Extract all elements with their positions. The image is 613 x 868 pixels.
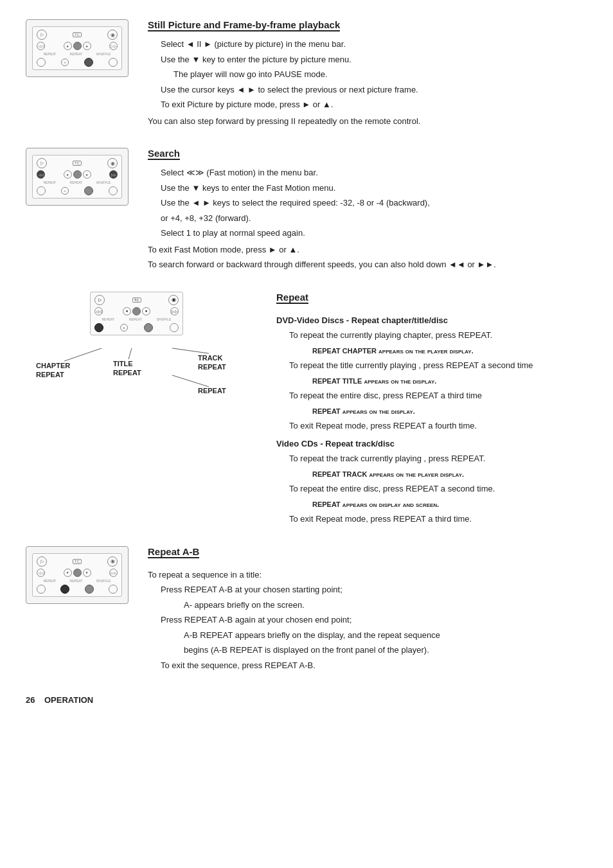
sp-line2: Use the ▼ key to enter the picture by pi…: [161, 53, 587, 66]
bottom-dot2: [84, 186, 93, 195]
vcd-repeat-content: To repeat the track currently playing , …: [289, 452, 587, 526]
nav-right2: ●: [83, 170, 91, 179]
repeat-only-text: REPEAT: [198, 387, 226, 394]
device-image-4: ▷ TC ◉ ◁◁ ● ● ▷▷: [26, 546, 129, 604]
footer-label: OPERATION: [44, 695, 93, 705]
dvd-line1: To repeat the currently playing chapter,…: [289, 329, 587, 342]
nav-center1: [73, 42, 82, 50]
bottom-circle2: [109, 58, 118, 67]
section-repeat: ▷ TC ◉ ◁◁ ● ● ▷▷: [26, 292, 587, 528]
section-search: ▷ TC ◉ ◁◁ ● ● ▷▷: [26, 148, 587, 274]
repeat-only-label: REPEAT: [198, 387, 226, 394]
still-picture-text: Still Picture and Frame-by-frame playbac…: [148, 19, 587, 130]
rab-line6: To exit the sequence, press REPEAT A-B.: [161, 659, 587, 672]
bottom-circle4: [109, 186, 118, 195]
sp-line1: Select ◄ II ► (picture by picture) in th…: [161, 38, 587, 51]
repeat-left-area: ▷ TC ◉ ◁◁ ● ● ▷▷: [26, 292, 276, 439]
nav-right4: ●: [83, 569, 91, 577]
repeat-title: Repeat: [276, 292, 308, 304]
title-repeat-text: REPEAT: [113, 369, 141, 376]
chapter-repeat-text: REPEAT: [36, 371, 64, 378]
search-title: Search: [148, 148, 180, 160]
repeat-ab-text: Repeat A-B To repeat a sequence in a tit…: [148, 546, 587, 675]
nav-left4: ◁◁: [37, 569, 45, 577]
sp-line6: You can also step forward by pressing II…: [148, 115, 587, 128]
bottom-circle3: [37, 186, 46, 195]
label-shuffle1: SHUFFLE: [96, 52, 111, 56]
nav-left3: ◁◁: [94, 307, 103, 315]
sp-line5: To exit Picture by picture mode, press ►…: [161, 98, 587, 111]
bottom-small1: +: [61, 58, 69, 66]
bottom-circle7: [37, 585, 46, 594]
page-number: 26: [26, 695, 35, 705]
tc-badge-3: TC: [132, 297, 141, 303]
vcd-line3: To repeat the entire disc, press REPEAT …: [289, 483, 587, 495]
dvd-line5: To repeat the entire disc, press REPEAT …: [289, 389, 587, 402]
dvd-line2: REPEAT CHAPTER appears on the player dis…: [312, 344, 587, 357]
tc-badge-4: TC: [73, 559, 82, 564]
repeat-device: ▷ TC ◉ ◁◁ ● ● ▷▷: [90, 292, 183, 335]
search-content: Select ≪≫ (Fast motion) in the menu bar.…: [161, 166, 587, 240]
bottom-small2: +: [61, 187, 69, 195]
label-shuffle4: SHUFFLE: [96, 579, 111, 583]
repeat-ab-title: Repeat A-B: [148, 546, 199, 558]
bottom-circle8: [109, 585, 118, 594]
bottom-dot4: [60, 585, 69, 594]
rab-line3: Press REPEAT A-B again at your chosen en…: [161, 614, 587, 626]
still-picture-device-area: ▷ TC ◉ ◁◁ ● ● ▷▷: [26, 19, 135, 77]
dvd-line6: REPEAT appears on the display.: [312, 405, 587, 418]
title-repeat-label: TITLE REPEAT: [113, 359, 141, 378]
rab-content: Press REPEAT A-B at your chosen starting…: [161, 583, 587, 671]
search-line2: Use the ▼ keys to enter the Fast Motion …: [161, 182, 587, 195]
repeat-text: Repeat DVD-Video Discs - Repeat chapter/…: [276, 292, 587, 528]
nav-right1: ●: [83, 42, 91, 50]
section-repeat-ab: ▷ TC ◉ ◁◁ ● ● ▷▷: [26, 546, 587, 675]
rab-line2: A- appears briefly on the screen.: [184, 599, 587, 612]
label-repeat1: REPEAT: [44, 52, 57, 56]
rab-line5: begins (A-B REPEAT is displayed on the f…: [184, 644, 587, 657]
bottom-circle1: [37, 58, 46, 67]
nav-up4: ●: [64, 569, 72, 577]
still-picture-content: Select ◄ II ► (picture by picture) in th…: [161, 38, 587, 111]
track-repeat-label: TRACK REPEAT: [198, 353, 226, 372]
svg-line-0: [64, 348, 102, 361]
label-repeat8: REPEAT: [70, 579, 83, 583]
nav-left2: ◁◁: [37, 170, 45, 179]
still-picture-title: Still Picture and Frame-by-frame playbac…: [148, 19, 340, 31]
search-line7: To search forward or backward through di…: [148, 258, 587, 271]
search-line1: Select ≪≫ (Fast motion) in the menu bar.: [161, 166, 587, 179]
play-btn-2: ▷: [37, 158, 47, 168]
label-repeat2: REPEAT: [70, 52, 83, 56]
device-image-1: ▷ TC ◉ ◁◁ ● ● ▷▷: [26, 19, 129, 77]
nav-center2: [73, 170, 82, 179]
search-text: Search Select ≪≫ (Fast motion) in the me…: [148, 148, 587, 274]
section-still-picture: ▷ TC ◉ ◁◁ ● ● ▷▷: [26, 19, 587, 130]
vcd-line5: To exit Repeat mode, press REPEAT a thir…: [289, 513, 587, 526]
nav-right-ff1: ▷▷: [109, 42, 118, 50]
tc-badge-1: TC: [73, 32, 82, 37]
chapter-label-text: CHAPTER: [36, 362, 70, 369]
label-repeat7: REPEAT: [44, 579, 57, 583]
svg-line-1: [129, 348, 132, 359]
rab-line1: Press REPEAT A-B at your chosen starting…: [161, 583, 587, 596]
track-label-text: TRACK: [198, 354, 223, 362]
nav-left1: ◁◁: [37, 42, 45, 50]
play-btn-4: ▷: [37, 556, 47, 567]
label-shuffle3: SHUFFLE: [157, 317, 172, 321]
play-btn-3: ▷: [94, 295, 105, 305]
dvd-subtitle: DVD-Video Discs - Repeat chapter/title/d…: [276, 314, 587, 327]
rab-line4: A-B REPEAT appears briefly on the displa…: [184, 629, 587, 642]
search-line3: Use the ◄ ► keys to select the required …: [161, 197, 587, 209]
label-repeat5: REPEAT: [102, 317, 114, 321]
device-image-2: ▷ TC ◉ ◁◁ ● ● ▷▷: [26, 148, 129, 206]
bottom-small3: +: [120, 324, 128, 332]
nav-up3: ●: [123, 307, 131, 315]
search-line6: To exit Fast Motion mode, press ► or ▲.: [148, 244, 587, 256]
nav-right-ff4: ▷▷: [109, 569, 118, 577]
label-repeat3: REPEAT: [44, 181, 57, 184]
search-device-area: ▷ TC ◉ ◁◁ ● ● ▷▷: [26, 148, 135, 206]
nav-right-ff2: ▷▷: [109, 170, 118, 179]
label-shuffle2: SHUFFLE: [96, 181, 111, 184]
sp-line3: The player will now go into PAUSE mode.: [173, 68, 587, 81]
title-label-text: TITLE: [113, 360, 133, 368]
